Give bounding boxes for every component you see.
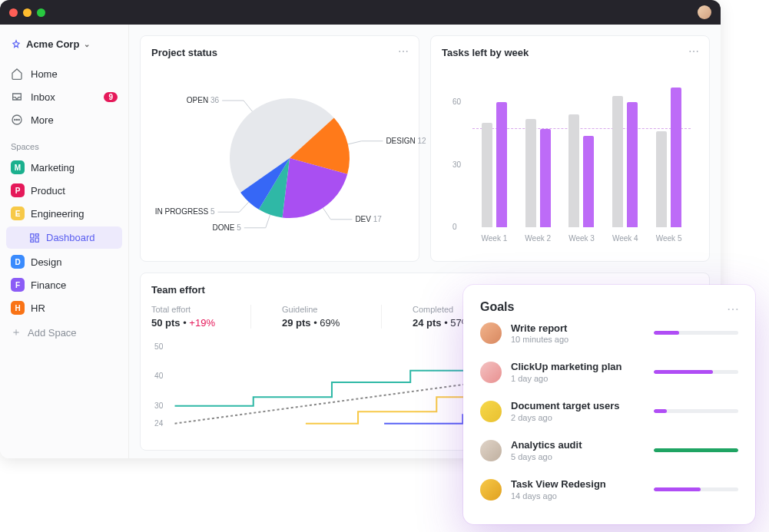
nav-inbox-label: Inbox — [31, 91, 55, 103]
sidebar: Acme Corp ⌄ Home Inbox 9 More Spaces — [0, 25, 129, 458]
space-icon: F — [11, 278, 25, 292]
stat-guideline: Guideline 29 pts • 69% — [282, 305, 382, 329]
pie-svg: OPEN 36DESIGN 12DEV 17DONE 5IN PROGRESS … — [151, 58, 428, 250]
space-icon: H — [11, 301, 25, 315]
maximize-window-button[interactable] — [37, 8, 45, 17]
svg-text:DEV 17: DEV 17 — [355, 215, 382, 223]
user-avatar[interactable] — [698, 5, 711, 19]
goal-progress — [654, 448, 738, 452]
goals-panel: Goals ⋯ Write report 10 minutes ago Clic… — [463, 285, 755, 524]
goal-time: 14 days ago — [511, 491, 645, 501]
space-item-marketing[interactable]: MMarketing — [0, 156, 128, 179]
goal-text: Task View Redesign 14 days ago — [511, 478, 645, 501]
svg-text:DESIGN 12: DESIGN 12 — [386, 137, 426, 145]
nav-home-label: Home — [31, 68, 58, 80]
tasks-left-chart: 03060 Week 1Week 2Week 3Week 4Week 5 — [442, 58, 698, 250]
stat-total: Total effort 50 pts • +19% — [151, 305, 251, 329]
sidebar-item-dashboard[interactable]: Dashboard — [6, 226, 122, 249]
goal-name: ClickUp marketing plan — [511, 361, 645, 374]
space-icon: M — [11, 160, 25, 174]
goal-row[interactable]: Analytics audit 5 days ago — [480, 431, 738, 470]
svg-rect-6 — [35, 238, 38, 242]
goal-avatar — [480, 362, 502, 383]
svg-text:40: 40 — [154, 372, 164, 380]
tasks-left-menu[interactable]: ⋯ — [688, 45, 700, 58]
goal-avatar — [480, 322, 502, 344]
project-status-menu[interactable]: ⋯ — [398, 45, 409, 58]
space-item-design[interactable]: DDesign — [0, 250, 128, 273]
goal-name: Write report — [511, 322, 645, 335]
goal-progress — [654, 487, 738, 491]
svg-text:IN PROGRESS 5: IN PROGRESS 5 — [155, 207, 215, 216]
goal-progress — [654, 331, 738, 335]
dashboard-icon — [29, 233, 40, 243]
svg-text:OPEN 36: OPEN 36 — [187, 96, 220, 104]
space-label: Design — [31, 256, 61, 268]
svg-rect-7 — [31, 240, 34, 242]
space-item-hr[interactable]: HHR — [0, 296, 128, 319]
project-status-chart: OPEN 36DESIGN 12DEV 17DONE 5IN PROGRESS … — [151, 58, 408, 250]
goal-progress — [654, 370, 738, 374]
workspace-name: Acme Corp — [26, 38, 79, 50]
goals-list: Write report 10 minutes ago ClickUp mark… — [480, 314, 738, 509]
goal-time: 10 minutes ago — [511, 335, 645, 344]
goal-row[interactable]: Write report 10 minutes ago — [480, 314, 738, 353]
goal-text: Analytics audit 5 days ago — [511, 439, 645, 461]
workspace-switcher[interactable]: Acme Corp ⌄ — [0, 34, 128, 55]
tasks-left-card: Tasks left by week ⋯ 03060 Week 1Week 2W… — [430, 35, 710, 262]
nav-inbox[interactable]: Inbox 9 — [0, 85, 128, 108]
add-space-button[interactable]: ＋ Add Space — [0, 319, 128, 345]
home-icon — [11, 68, 23, 80]
space-item-engineering[interactable]: EEngineering — [0, 202, 128, 225]
nav-home[interactable]: Home — [0, 62, 128, 85]
svg-text:DONE 5: DONE 5 — [213, 223, 242, 232]
svg-point-3 — [18, 119, 19, 120]
primary-nav: Home Inbox 9 More — [0, 62, 128, 131]
goal-name: Document target users — [511, 400, 645, 413]
goal-time: 5 days ago — [511, 452, 645, 461]
inbox-badge: 9 — [104, 92, 118, 102]
space-icon: E — [11, 207, 25, 220]
space-label: Finance — [31, 279, 66, 291]
goals-menu[interactable]: ⋯ — [727, 302, 740, 316]
more-icon — [11, 114, 23, 126]
svg-point-1 — [15, 119, 15, 120]
goal-avatar — [480, 440, 502, 461]
space-item-finance[interactable]: FFinance — [0, 273, 128, 296]
spaces-list: MMarketingPProductEEngineeringDashboardD… — [0, 156, 128, 319]
svg-rect-4 — [31, 233, 34, 237]
space-label: HR — [31, 302, 45, 314]
goal-text: Document target users 2 days ago — [511, 400, 645, 422]
space-item-product[interactable]: PProduct — [0, 179, 128, 202]
nav-more-label: More — [31, 114, 54, 126]
goal-text: Write report 10 minutes ago — [511, 322, 645, 345]
space-label: Marketing — [31, 162, 75, 173]
svg-point-2 — [16, 119, 17, 120]
minimize-window-button[interactable] — [23, 8, 31, 17]
project-status-title: Project status — [151, 47, 408, 58]
goal-avatar — [480, 479, 502, 501]
goal-text: ClickUp marketing plan 1 day ago — [511, 361, 645, 383]
project-status-card: Project status ⋯ OPEN 36DESIGN 12DEV 17D… — [140, 35, 419, 262]
goal-time: 2 days ago — [511, 413, 645, 422]
plus-icon: ＋ — [11, 325, 22, 339]
workspace-icon — [11, 39, 22, 50]
goal-row[interactable]: Task View Redesign 14 days ago — [480, 470, 738, 509]
space-label: Product — [31, 185, 65, 197]
space-label: Engineering — [31, 208, 84, 220]
nav-more[interactable]: More — [0, 108, 128, 131]
close-window-button[interactable] — [9, 8, 18, 17]
svg-rect-5 — [35, 233, 38, 236]
titlebar — [0, 0, 721, 25]
chevron-down-icon: ⌄ — [84, 40, 90, 48]
goal-progress — [654, 409, 738, 413]
goal-row[interactable]: Document target users 2 days ago — [480, 392, 738, 431]
svg-text:24: 24 — [154, 419, 164, 428]
tasks-left-title: Tasks left by week — [442, 47, 698, 58]
goals-title: Goals — [480, 300, 738, 314]
goal-row[interactable]: ClickUp marketing plan 1 day ago — [480, 352, 738, 392]
svg-text:50: 50 — [154, 342, 164, 351]
dashboard-label: Dashboard — [46, 232, 95, 243]
inbox-icon — [11, 91, 23, 103]
traffic-lights — [9, 8, 45, 17]
